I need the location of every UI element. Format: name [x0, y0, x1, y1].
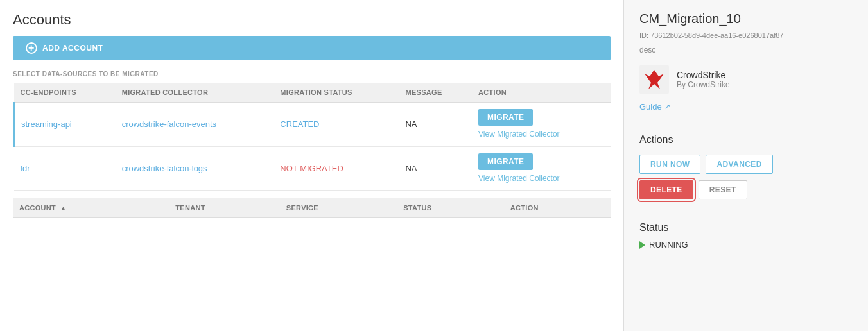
migration-id: ID: 73612b02-58d9-4dee-aa16-e0268017af87: [639, 31, 853, 39]
guide-label: Guide: [639, 102, 662, 112]
external-link-icon: ↗: [664, 103, 670, 111]
migration-title: CM_Migration_10: [639, 12, 853, 26]
col-migration-status: MIGRATION STATUS: [273, 83, 399, 103]
cell-migrated-collector: crowdstrike-falcon-events: [116, 103, 274, 147]
run-now-button[interactable]: RUN NOW: [639, 155, 700, 174]
collector-link-streaming[interactable]: crowdstrike-falcon-events: [122, 119, 216, 129]
col-migrated-collector: MIGRATED COLLECTOR: [116, 83, 274, 103]
add-account-label: ADD ACCOUNT: [42, 44, 103, 53]
view-migrated-link-2[interactable]: View Migrated Collector: [478, 174, 604, 184]
col-action: ACTION: [472, 83, 611, 103]
cell-action: MIGRATE View Migrated Collector: [472, 103, 611, 147]
table-row: streaming-api crowdstrike-falcon-events …: [14, 103, 611, 147]
advanced-button[interactable]: ADVANCED: [706, 155, 772, 174]
crowdstrike-info: CrowdStrike By CrowdStrike: [677, 70, 730, 89]
account-col-label: ACCOUNT: [19, 204, 56, 212]
left-panel: Accounts + ADD ACCOUNT SELECT DATA-SOURC…: [0, 0, 624, 331]
delete-button[interactable]: DELETE: [639, 180, 693, 199]
provider-name: CrowdStrike: [677, 70, 730, 80]
migrate-button-1[interactable]: MIGRATE: [478, 109, 533, 126]
cell-migrated-collector: crowdstrike-falcon-logs: [116, 146, 274, 191]
table-header-row: CC-ENDPOINTS MIGRATED COLLECTOR MIGRATIO…: [14, 83, 611, 103]
provider-by: By CrowdStrike: [677, 80, 730, 89]
crowdstrike-logo: [639, 65, 669, 94]
bottom-table-section: ACCOUNT ▲ TENANT SERVICE STATUS ACTION: [13, 198, 611, 218]
col-message: MESSAGE: [399, 83, 472, 103]
col-tenant: TENANT: [169, 198, 280, 218]
col-service: SERVICE: [280, 198, 397, 218]
table-row: fdr crowdstrike-falcon-logs NOT MIGRATED…: [14, 146, 611, 191]
actions-row-2: DELETE RESET: [639, 180, 853, 199]
cell-endpoint: streaming-api: [14, 103, 116, 147]
plus-icon: +: [26, 42, 37, 54]
migrate-button-2[interactable]: MIGRATE: [478, 153, 533, 170]
endpoint-link-fdr[interactable]: fdr: [21, 164, 30, 173]
view-migrated-link-1[interactable]: View Migrated Collector: [478, 130, 604, 140]
reset-button[interactable]: RESET: [699, 180, 747, 199]
crowdstrike-row: CrowdStrike By CrowdStrike: [639, 65, 853, 94]
cell-endpoint: fdr: [14, 146, 116, 191]
running-label: RUNNING: [649, 240, 688, 250]
migration-desc: desc: [639, 46, 853, 55]
actions-row-1: RUN NOW ADVANCED: [639, 155, 853, 174]
divider-1: [639, 126, 853, 126]
col-action: ACTION: [504, 198, 611, 218]
status-created: CREATED: [280, 119, 319, 129]
col-endpoints: CC-ENDPOINTS: [14, 83, 116, 103]
bottom-table-header-row: ACCOUNT ▲ TENANT SERVICE STATUS ACTION: [13, 198, 611, 218]
right-panel: CM_Migration_10 ID: 73612b02-58d9-4dee-a…: [624, 0, 868, 331]
sort-asc-icon: ▲: [60, 205, 66, 212]
guide-link[interactable]: Guide ↗: [639, 102, 853, 112]
running-triangle-icon: [639, 241, 645, 249]
col-account[interactable]: ACCOUNT ▲: [13, 198, 169, 218]
status-title: Status: [639, 222, 853, 233]
page-title: Accounts: [13, 12, 611, 28]
data-sources-table: CC-ENDPOINTS MIGRATED COLLECTOR MIGRATIO…: [13, 83, 611, 191]
running-status: RUNNING: [639, 240, 853, 250]
actions-title: Actions: [639, 134, 853, 146]
collector-link-fdr[interactable]: crowdstrike-falcon-logs: [122, 164, 207, 173]
col-status: STATUS: [397, 198, 504, 218]
endpoint-link-streaming-api[interactable]: streaming-api: [21, 119, 72, 129]
divider-2: [639, 210, 853, 210]
status-not-migrated: NOT MIGRATED: [280, 164, 343, 173]
cell-migration-status: NOT MIGRATED: [273, 146, 399, 191]
cell-migration-status: CREATED: [273, 103, 399, 147]
section-label: SELECT DATA-SOURCES TO BE MIGRATED: [13, 71, 611, 78]
add-account-button[interactable]: + ADD ACCOUNT: [13, 36, 611, 60]
accounts-table: ACCOUNT ▲ TENANT SERVICE STATUS ACTION: [13, 198, 611, 218]
cell-message: NA: [399, 103, 472, 147]
cell-message: NA: [399, 146, 472, 191]
cell-action: MIGRATE View Migrated Collector: [472, 146, 611, 191]
